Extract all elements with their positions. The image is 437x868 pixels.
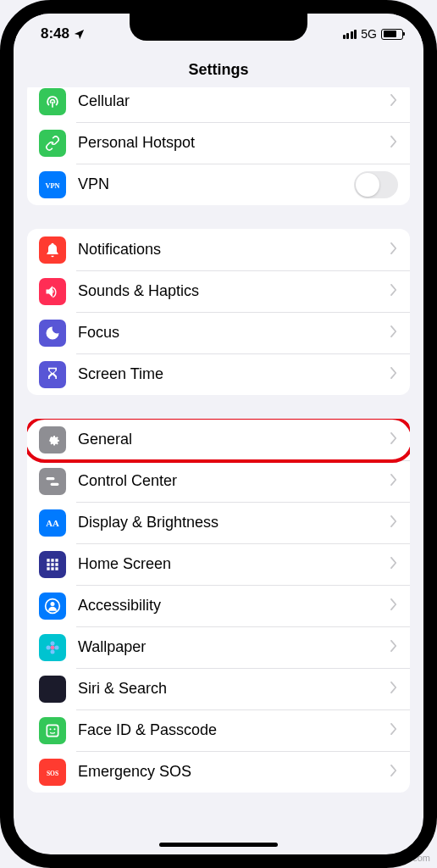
chevron-right-icon	[390, 723, 398, 738]
row-label: Home Screen	[78, 555, 379, 573]
row-screen-time[interactable]: Screen Time	[27, 353, 410, 395]
emergency-sos-icon	[39, 759, 66, 786]
status-time: 8:48	[41, 25, 69, 42]
home-indicator[interactable]	[159, 843, 278, 847]
chevron-right-icon	[390, 367, 398, 382]
row-label: General	[78, 431, 379, 448]
network-label: 5G	[361, 27, 377, 41]
watermark: wsxdn.com	[384, 853, 430, 863]
row-emergency-sos[interactable]: Emergency SOS	[27, 751, 410, 793]
focus-icon	[39, 320, 66, 347]
row-vpn[interactable]: VPN	[27, 164, 410, 205]
row-wallpaper[interactable]: Wallpaper	[27, 626, 410, 668]
chevron-right-icon	[390, 326, 398, 341]
settings-group: GeneralControl CenterDisplay & Brightnes…	[27, 419, 410, 793]
accessibility-icon	[39, 593, 66, 620]
chevron-right-icon	[390, 682, 398, 697]
home-screen-icon	[39, 551, 66, 578]
display-brightness-icon	[39, 509, 66, 537]
screen-time-icon	[39, 361, 66, 388]
vpn-toggle[interactable]	[354, 171, 398, 198]
chevron-right-icon	[390, 474, 398, 489]
row-label: Emergency SOS	[78, 763, 379, 781]
settings-group: CellularPersonal HotspotVPN	[27, 87, 410, 205]
vpn-icon	[39, 171, 66, 198]
row-notifications[interactable]: Notifications	[27, 229, 410, 270]
row-label: Accessibility	[78, 597, 379, 615]
chevron-right-icon	[390, 136, 398, 151]
chevron-right-icon	[390, 432, 398, 448]
page-title: Settings	[14, 54, 423, 87]
wallpaper-icon	[39, 634, 66, 661]
row-display-brightness[interactable]: Display & Brightness	[27, 502, 410, 543]
row-focus[interactable]: Focus	[27, 312, 410, 353]
location-icon	[73, 28, 86, 41]
settings-list[interactable]: CellularPersonal HotspotVPNNotifications…	[14, 87, 423, 835]
chevron-right-icon	[390, 640, 398, 655]
personal-hotspot-icon	[39, 130, 66, 157]
row-cellular[interactable]: Cellular	[27, 87, 410, 122]
row-label: Screen Time	[78, 365, 379, 383]
chevron-right-icon	[390, 515, 398, 531]
row-accessibility[interactable]: Accessibility	[27, 585, 410, 626]
row-label: Wallpaper	[78, 638, 379, 656]
row-label: Face ID & Passcode	[78, 721, 379, 739]
row-general[interactable]: General	[27, 419, 410, 460]
row-label: Control Center	[78, 472, 379, 490]
row-sounds-haptics[interactable]: Sounds & Haptics	[27, 270, 410, 312]
sounds-haptics-icon	[39, 278, 66, 305]
row-control-center[interactable]: Control Center	[27, 460, 410, 502]
row-face-id-passcode[interactable]: Face ID & Passcode	[27, 709, 410, 751]
row-label: Sounds & Haptics	[78, 282, 379, 300]
chevron-right-icon	[390, 765, 398, 780]
cellular-icon	[39, 88, 66, 115]
signal-icon	[343, 30, 357, 39]
row-home-screen[interactable]: Home Screen	[27, 543, 410, 585]
chevron-right-icon	[390, 598, 398, 614]
row-label: Display & Brightness	[78, 514, 379, 531]
general-icon	[39, 426, 66, 453]
control-center-icon	[39, 468, 66, 495]
battery-icon	[381, 29, 403, 40]
chevron-right-icon	[390, 284, 398, 299]
row-label: VPN	[78, 175, 342, 193]
settings-group: NotificationsSounds & HapticsFocusScreen…	[27, 229, 410, 395]
chevron-right-icon	[390, 94, 398, 109]
chevron-right-icon	[390, 242, 398, 258]
notifications-icon	[39, 236, 66, 264]
row-personal-hotspot[interactable]: Personal Hotspot	[27, 122, 410, 164]
siri-search-icon	[39, 676, 66, 703]
row-siri-search[interactable]: Siri & Search	[27, 668, 410, 709]
row-label: Notifications	[78, 241, 379, 259]
face-id-passcode-icon	[39, 717, 66, 744]
row-label: Focus	[78, 324, 379, 342]
device-notch	[130, 14, 307, 41]
row-label: Personal Hotspot	[78, 134, 379, 152]
row-label: Cellular	[78, 92, 379, 110]
chevron-right-icon	[390, 557, 398, 572]
row-label: Siri & Search	[78, 680, 379, 698]
